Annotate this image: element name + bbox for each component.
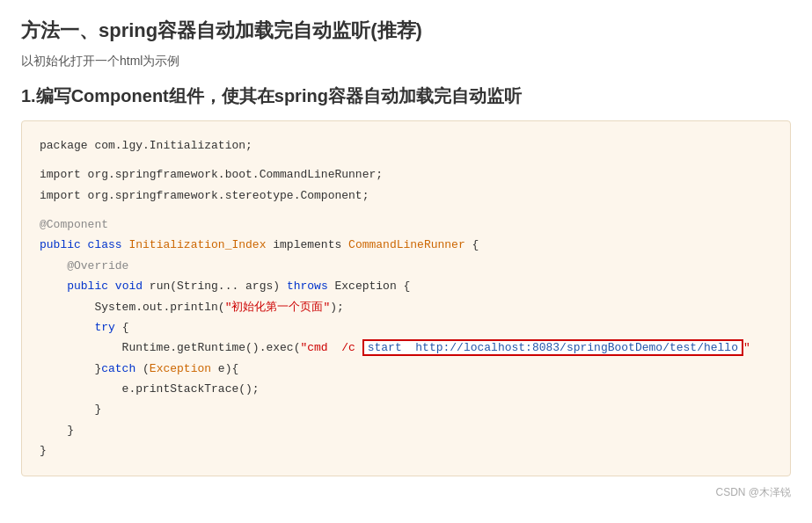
- code-line-7: public class Initialization_Index implem…: [40, 235, 772, 255]
- code-line-1: package com.lgy.Initialization;: [40, 135, 772, 156]
- code-line-15: }: [40, 399, 772, 419]
- sub-text: 以初始化打开一个html为示例: [21, 54, 791, 69]
- code-line-13: }catch (Exception e){: [40, 359, 772, 379]
- section-title: 1.编写Component组件，使其在spring容器自动加载完自动监听: [21, 84, 791, 108]
- code-line-16: }: [40, 420, 772, 440]
- code-block: package com.lgy.Initialization; import o…: [21, 120, 791, 476]
- code-line-6: @Component: [40, 214, 772, 235]
- code-line-9: public void run(String... args) throws E…: [40, 276, 772, 296]
- code-line-14: e.printStackTrace();: [40, 379, 772, 399]
- code-line-11: try {: [40, 317, 772, 338]
- highlighted-url: start http://localhost:8083/springBootDe…: [362, 339, 743, 356]
- code-line-8: @Override: [40, 256, 772, 276]
- watermark: CSDN @木泽锐: [21, 485, 791, 500]
- code-line-12: Runtime.getRuntime().exec("cmd /c start …: [40, 338, 772, 358]
- code-line-3: import org.springframework.boot.CommandL…: [40, 164, 772, 185]
- code-line-17: }: [40, 440, 772, 461]
- code-line-4: import org.springframework.stereotype.Co…: [40, 185, 772, 206]
- main-title: 方法一、spring容器自动加载完自动监听(推荐): [21, 18, 791, 45]
- code-line-10: System.out.println("初始化第一个页面");: [40, 297, 772, 317]
